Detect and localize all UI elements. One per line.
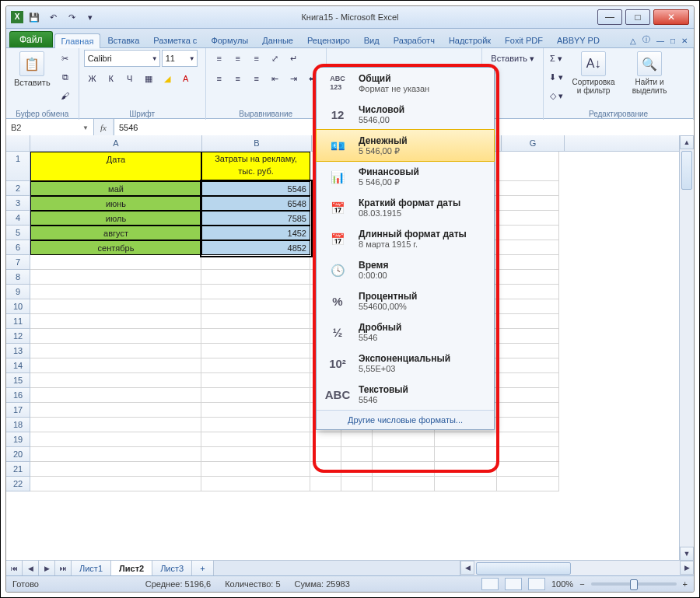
view-page-layout[interactable] — [505, 578, 522, 590]
cell-B19[interactable] — [201, 432, 310, 447]
scroll-down[interactable]: ▼ — [680, 547, 694, 561]
cell-A18[interactable] — [30, 418, 201, 432]
row-header-1[interactable]: 1 — [6, 152, 30, 181]
cut-button[interactable]: ✂ — [57, 50, 74, 67]
cell-A22[interactable] — [30, 477, 201, 491]
row-header-6[interactable]: 6 — [6, 240, 30, 255]
cell-B6[interactable]: 4852 — [201, 240, 310, 255]
qat-undo[interactable]: ↶ — [45, 9, 61, 25]
bold-button[interactable]: Ж — [84, 70, 101, 87]
ribbon-tab-9[interactable]: Foxit PDF — [498, 33, 550, 47]
sheet-tab-1[interactable]: Лист2 — [111, 561, 152, 576]
row-header-3[interactable]: 3 — [6, 196, 30, 211]
cell-A8[interactable] — [30, 270, 201, 285]
cell-G22[interactable] — [497, 477, 559, 491]
cell-F22[interactable] — [435, 477, 497, 491]
cell-C22[interactable] — [310, 477, 341, 491]
cell-G19[interactable] — [497, 432, 559, 447]
cell-B2[interactable]: 5546 — [201, 181, 310, 196]
cell-D21[interactable] — [341, 462, 373, 477]
sort-filter-button[interactable]: A↓ Сортировка и фильтр — [567, 50, 620, 96]
cell-G1[interactable] — [497, 152, 559, 181]
sheet-tab-0[interactable]: Лист1 — [72, 561, 111, 576]
align-center[interactable]: ≡ — [229, 70, 247, 87]
align-bottom[interactable]: ≡ — [248, 50, 265, 67]
row-header-16[interactable]: 16 — [6, 388, 30, 403]
font-name-combo[interactable]: Calibri▼ — [84, 50, 160, 67]
align-middle[interactable]: ≡ — [229, 50, 247, 67]
view-page-break[interactable] — [528, 578, 545, 590]
zoom-slider[interactable] — [591, 582, 677, 586]
cell-A10[interactable] — [30, 299, 201, 314]
format-option-5[interactable]: 📅Длинный формат даты8 марта 1915 г. — [317, 223, 494, 254]
cell-E22[interactable] — [373, 477, 435, 491]
cell-C20[interactable] — [310, 447, 341, 462]
row-header-9[interactable]: 9 — [6, 285, 30, 299]
ribbon-tab-3[interactable]: Формулы — [204, 33, 255, 47]
scroll-thumb-v[interactable] — [681, 151, 692, 190]
cell-G16[interactable] — [497, 388, 559, 403]
cell-C21[interactable] — [310, 462, 341, 477]
ribbon-tab-7[interactable]: Разработч — [387, 33, 442, 47]
row-header-4[interactable]: 4 — [6, 211, 30, 226]
sheet-nav-first[interactable]: ⏮ — [6, 561, 23, 576]
cell-C19[interactable] — [310, 432, 341, 447]
row-header-5[interactable]: 5 — [6, 226, 30, 240]
format-option-1[interactable]: 12Числовой5546,00 — [317, 99, 494, 130]
format-option-6[interactable]: 🕓Время0:00:00 — [317, 254, 494, 285]
cell-F19[interactable] — [435, 432, 497, 447]
view-normal[interactable] — [481, 578, 499, 590]
fill-color-button[interactable]: ◢ — [159, 70, 176, 87]
cell-A16[interactable] — [30, 388, 201, 403]
indent-inc[interactable]: ⇥ — [285, 70, 303, 87]
cell-G4[interactable] — [497, 211, 559, 226]
close-button[interactable]: ✕ — [653, 9, 689, 25]
cell-G8[interactable] — [497, 270, 559, 285]
cell-D20[interactable] — [341, 447, 373, 462]
cell-B21[interactable] — [201, 462, 310, 477]
border-button[interactable]: ▦ — [140, 70, 157, 87]
cell-A12[interactable] — [30, 329, 201, 344]
row-header-19[interactable]: 19 — [6, 432, 30, 447]
ribbon-tab-5[interactable]: Рецензиро — [300, 33, 357, 47]
row-header-14[interactable]: 14 — [6, 358, 30, 373]
cell-A13[interactable] — [30, 344, 201, 358]
cell-A19[interactable] — [30, 432, 201, 447]
maximize-button[interactable]: □ — [625, 9, 650, 25]
cell-A14[interactable] — [30, 358, 201, 373]
cell-G2[interactable] — [497, 181, 559, 196]
font-color-button[interactable]: A — [177, 70, 194, 87]
ribbon-tab-1[interactable]: Вставка — [100, 33, 146, 47]
cell-G14[interactable] — [497, 358, 559, 373]
help-icon[interactable]: ⓘ — [642, 34, 650, 47]
qat-customize[interactable]: ▾ — [82, 9, 98, 25]
horizontal-scrollbar[interactable]: ◀ ▶ — [460, 561, 694, 576]
cell-B20[interactable] — [201, 447, 310, 462]
cell-A6[interactable]: сентябрь — [30, 240, 201, 255]
sheet-nav-last[interactable]: ⏭ — [55, 561, 72, 576]
cell-A20[interactable] — [30, 447, 201, 462]
cell-B3[interactable]: 6548 — [201, 196, 310, 211]
cell-A17[interactable] — [30, 403, 201, 418]
find-select-button[interactable]: 🔍 Найти и выделить — [623, 50, 676, 96]
orientation[interactable]: ⤢ — [267, 50, 284, 67]
scroll-right[interactable]: ▶ — [680, 561, 694, 575]
paste-button[interactable]: 📋 Вставить — [11, 50, 54, 89]
cell-G21[interactable] — [497, 462, 559, 477]
row-header-12[interactable]: 12 — [6, 329, 30, 344]
cell-F20[interactable] — [435, 447, 497, 462]
format-option-9[interactable]: 10²Экспоненциальный5,55E+03 — [317, 348, 494, 379]
cell-A11[interactable] — [30, 314, 201, 329]
cell-G6[interactable] — [497, 240, 559, 255]
more-number-formats[interactable]: Другие числовые форматы... — [317, 410, 494, 429]
align-top[interactable]: ≡ — [211, 50, 228, 67]
cell-A3[interactable]: июнь — [30, 196, 201, 211]
row-header-2[interactable]: 2 — [6, 181, 30, 196]
row-header-10[interactable]: 10 — [6, 299, 30, 314]
scroll-left[interactable]: ◀ — [460, 561, 474, 575]
col-header-G[interactable]: G — [502, 135, 565, 151]
fx-button[interactable]: fx — [94, 119, 114, 136]
row-header-21[interactable]: 21 — [6, 462, 30, 477]
cell-B22[interactable] — [201, 477, 310, 491]
cell-G7[interactable] — [497, 255, 559, 270]
